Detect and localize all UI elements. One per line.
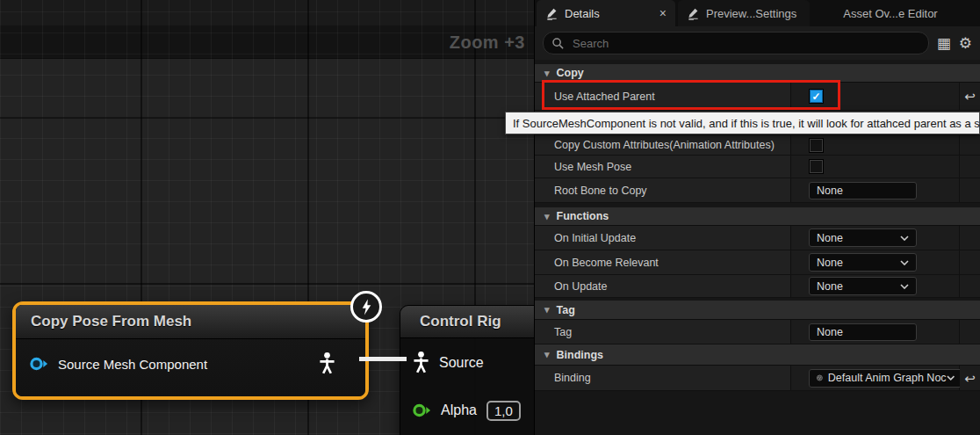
object-pin-icon[interactable] [28,356,50,372]
property-label: Use Attached Parent [535,83,791,110]
node-title-copy-pose[interactable]: Copy Pose From Mesh [16,305,365,339]
search-icon [551,37,565,50]
copy-custom-attributes-checkbox[interactable] [809,138,824,153]
property-label: Use Mesh Pose [535,156,791,178]
property-tooltip: If SourceMeshComponent is not valid, and… [505,112,980,134]
binding-dropdown[interactable]: Default Anim Graph Noc [809,369,962,388]
tab-close-icon[interactable]: × [659,7,667,19]
node-body: Copy Pose From Mesh Source Mesh Componen… [16,305,365,396]
category-functions-label: Functions [557,210,609,222]
dropdown-value: None [817,280,843,293]
animgraph-canvas[interactable]: Zoom +3 Copy Pose From Mesh Source Mesh … [0,0,534,435]
use-attached-parent-checkbox[interactable] [809,89,824,104]
row-root-bone-to-copy: Root Bone to Copy None [535,178,980,203]
use-mesh-pose-checkbox[interactable] [809,159,824,174]
pose-wire-highlight [359,357,407,361]
chevron-down-icon [947,375,955,381]
row-use-attached-parent: Use Attached Parent ↩ [535,83,980,111]
settings-gear-icon[interactable]: ⚙ [959,36,972,51]
details-panel: Details × Preview...Settings Asset Ov...… [534,0,980,435]
property-label: Tag [535,320,791,344]
property-label: Binding [535,366,791,390]
pose-input-pin-icon[interactable] [411,351,431,375]
row-on-update: On Update None [535,275,980,298]
row-on-become-relevant: On Become Relevant None [535,250,980,275]
collapse-arrow-icon[interactable]: ▾ [544,211,550,222]
root-bone-to-copy-input[interactable]: None [809,182,917,199]
tab-asset-override-editor[interactable]: Asset Ov...e Editor [813,0,968,26]
details-pencil-icon [545,7,558,20]
row-on-initial-update: On Initial Update None [535,226,980,250]
anim-graph-node-class-icon [817,371,823,385]
dropdown-value: None [817,232,843,244]
view-options-icon[interactable]: ▦ [937,36,951,51]
tab-details-label: Details [565,7,600,20]
property-label: Root Bone to Copy [535,178,791,202]
alpha-value-input[interactable]: 1,0 [486,401,521,421]
dropdown-value: None [817,257,843,269]
category-tag[interactable]: ▾ Tag [535,301,980,320]
property-label: On Become Relevant [535,250,791,274]
chevron-down-icon [900,284,909,289]
chevron-down-icon [900,260,909,265]
category-bindings-label: Bindings [557,349,603,361]
details-search-row: ▦ ⚙ [535,26,980,60]
collapse-arrow-icon[interactable]: ▾ [544,304,550,315]
pin-row-source: Source [400,344,534,381]
collapse-arrow-icon[interactable]: ▾ [544,68,550,79]
property-label: On Initial Update [535,226,791,250]
tab-preview-settings[interactable]: Preview...Settings [678,0,810,26]
pin-row-alpha: Alpha 1,0 [400,392,534,429]
category-functions[interactable]: ▾ Functions [535,207,980,226]
category-bindings[interactable]: ▾ Bindings [535,344,980,366]
node-copy-pose-from-mesh[interactable]: Copy Pose From Mesh Source Mesh Componen… [12,301,369,400]
category-copy[interactable]: ▾ Copy [535,64,980,83]
on-update-dropdown[interactable]: None [809,277,917,295]
preview-pencil-icon [687,7,700,20]
binding-value-label: Default Anim Graph Noc [828,372,947,384]
on-initial-update-dropdown[interactable]: None [809,228,917,247]
collapse-arrow-icon[interactable]: ▾ [544,349,550,360]
reset-to-default-icon[interactable]: ↩ [964,90,976,103]
search-input[interactable] [571,36,920,51]
tag-input[interactable]: None [809,323,917,341]
pose-output-pin-icon[interactable] [317,352,337,376]
row-copy-custom-attributes: Copy Custom Attributes(Animation Attribu… [535,135,980,156]
row-use-mesh-pose: Use Mesh Pose [535,156,980,178]
fast-path-lightning-badge [350,291,382,323]
node-control-rig[interactable]: Control Rig Source Alpha 1,0 [400,305,534,435]
dropdown-value: Default Anim Graph Noc [817,371,947,385]
pin-row-source-mesh-component: Source Mesh Component [16,339,365,388]
node-title-control-rig[interactable]: Control Rig [400,306,534,338]
category-copy-label: Copy [557,67,584,79]
zoom-level-label: Zoom +3 [450,33,525,53]
tab-asset-override-label: Asset Ov...e Editor [843,7,937,20]
pin-label-alpha: Alpha [441,402,477,418]
pin-label-source-mesh-component: Source Mesh Component [58,357,207,372]
lightning-bolt-icon [361,299,372,315]
property-label: Copy Custom Attributes(Animation Attribu… [535,135,791,155]
property-label: On Update [535,275,791,297]
unreal-anim-blueprint-editor: Zoom +3 Copy Pose From Mesh Source Mesh … [0,0,980,435]
category-tag-label: Tag [557,304,575,316]
search-box[interactable] [543,32,929,54]
panel-tab-bar: Details × Preview...Settings Asset Ov...… [535,0,980,26]
row-tag: Tag None [535,320,980,344]
reset-to-default-icon[interactable]: ↩ [964,372,976,385]
chevron-down-icon [900,236,909,241]
row-binding: Binding Default Anim Graph Noc ↩ [535,366,980,391]
tab-details[interactable]: Details × [537,0,675,26]
tab-preview-settings-label: Preview...Settings [706,7,796,20]
float-pin-icon[interactable] [411,402,433,418]
on-become-relevant-dropdown[interactable]: None [809,253,917,272]
pin-label-source: Source [439,355,484,371]
